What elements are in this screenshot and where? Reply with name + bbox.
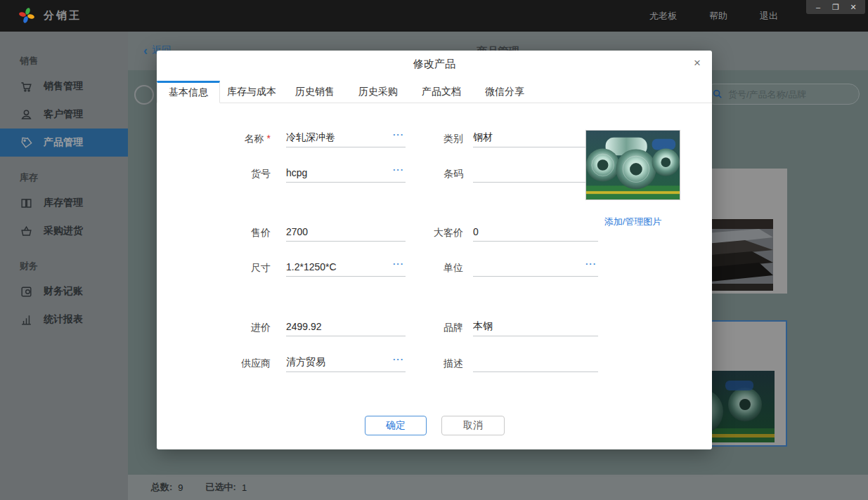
tab-sales-history[interactable]: 历史销售 <box>283 81 346 103</box>
unit-input[interactable] <box>473 257 598 277</box>
item-no-field-wrap: ··· <box>286 163 406 184</box>
sell-price-field-wrap <box>286 222 406 243</box>
purchase-price-label: 进价 <box>206 317 271 338</box>
cancel-button[interactable]: 取消 <box>441 416 505 435</box>
ok-button[interactable]: 确定 <box>365 416 427 435</box>
sell-price-input[interactable] <box>286 222 406 242</box>
category-input[interactable] <box>473 128 598 147</box>
add-manage-images-link[interactable]: 添加/管理图片 <box>585 216 680 228</box>
minimize-icon[interactable]: – <box>812 4 824 11</box>
unit-label: 单位 <box>403 257 463 278</box>
app-body: 销售 销售管理 客户管理 <box>0 32 868 500</box>
modal-title: 修改产品 <box>157 58 712 71</box>
barcode-label: 条码 <box>403 163 463 184</box>
barcode-field-wrap: ··· <box>473 163 598 184</box>
name-label: 名称* <box>206 128 271 149</box>
window-controls: – ❐ ✕ <box>806 0 865 14</box>
titlebar-logout-link[interactable]: 退出 <box>760 10 778 22</box>
titlebar-user-link[interactable]: 尤老板 <box>649 10 677 22</box>
titlebar: 分销王 尤老板 帮助 退出 – ❐ ✕ <box>0 0 868 32</box>
sell-price-label: 售价 <box>206 222 271 243</box>
app-title: 分销王 <box>44 9 82 22</box>
unit-picker-ellipsis-button[interactable]: ··· <box>585 259 597 268</box>
category-label: 类别 <box>403 128 463 149</box>
app-logo-pinwheel-icon <box>18 7 35 24</box>
tab-wechat-share[interactable]: 微信分享 <box>473 81 536 103</box>
titlebar-help-link[interactable]: 帮助 <box>709 10 727 22</box>
close-icon[interactable]: × <box>694 57 701 69</box>
supplier-field-wrap: ··· <box>286 353 406 374</box>
item-no-label: 货号 <box>206 163 271 184</box>
name-field-wrap: ··· <box>286 128 406 149</box>
brand-field-wrap <box>473 317 598 338</box>
modal-tabs: 基本信息 库存与成本 历史销售 历史采购 产品文档 微信分享 <box>157 81 712 103</box>
category-field-wrap: ··· <box>473 128 598 149</box>
size-label: 尺寸 <box>206 257 271 278</box>
name-input[interactable] <box>286 128 406 147</box>
supplier-label: 供应商 <box>206 353 271 374</box>
unit-field-wrap: ··· <box>473 257 598 278</box>
description-field-wrap <box>473 353 598 374</box>
barcode-input[interactable] <box>473 163 598 183</box>
tab-inventory-cost[interactable]: 库存与成本 <box>220 81 283 103</box>
tab-purchase-history[interactable]: 历史采购 <box>346 81 410 103</box>
description-label: 描述 <box>403 353 463 374</box>
vip-price-input[interactable] <box>473 222 598 242</box>
close-window-icon[interactable]: ✕ <box>848 4 859 11</box>
product-image-column: 添加/管理图片 <box>585 130 680 228</box>
size-field-wrap: ··· <box>286 257 406 278</box>
tab-product-docs[interactable]: 产品文档 <box>410 81 473 103</box>
modal-button-row: 确定 取消 <box>157 416 712 435</box>
vip-price-field-wrap <box>473 222 598 243</box>
edit-product-modal: 修改产品 × 基本信息 库存与成本 历史销售 历史采购 产品文档 微信分享 名称… <box>157 51 712 449</box>
product-image <box>585 130 680 200</box>
description-input[interactable] <box>473 353 598 372</box>
tab-basic-info[interactable]: 基本信息 <box>157 81 220 103</box>
vip-price-label: 大客价 <box>403 222 463 243</box>
maximize-icon[interactable]: ❐ <box>830 4 841 11</box>
size-input[interactable] <box>286 257 406 277</box>
app-window: 分销王 尤老板 帮助 退出 – ❐ ✕ 销售 销售管理 <box>0 0 868 500</box>
brand-label: 品牌 <box>403 317 463 338</box>
supplier-input[interactable] <box>286 353 406 372</box>
item-no-input[interactable] <box>286 163 406 183</box>
brand-input[interactable] <box>473 317 598 336</box>
purchase-price-field-wrap <box>286 317 406 338</box>
purchase-price-input[interactable] <box>286 317 406 336</box>
titlebar-menu: 尤老板 帮助 退出 <box>649 0 778 32</box>
required-asterisk: * <box>267 133 271 144</box>
